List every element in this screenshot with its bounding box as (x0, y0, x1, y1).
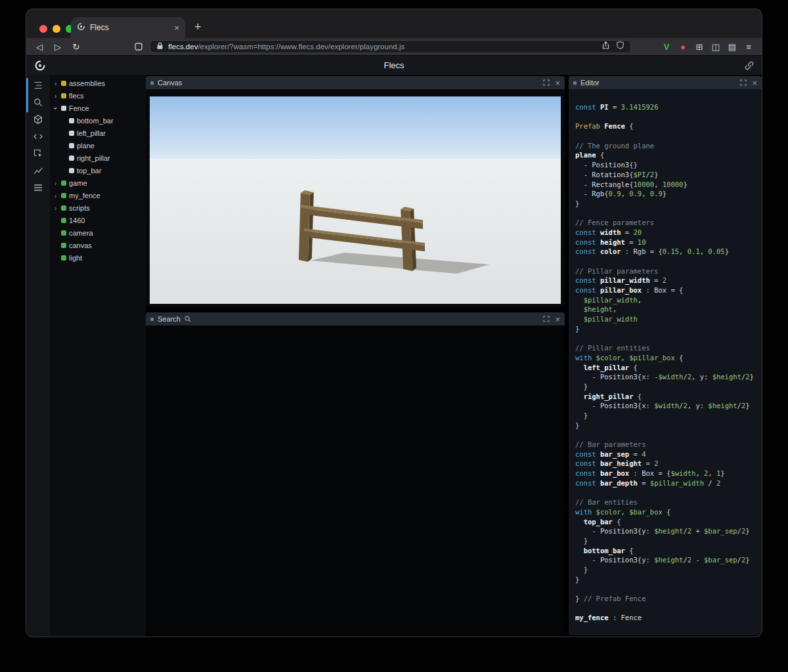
tree-item-right_pillar[interactable]: right_pillar (53, 152, 146, 164)
entity-tree: ›assemblies›flecs›Fencebottom_barleft_pi… (50, 75, 146, 637)
code-line: const bar_depth = $pillar_width / 2 (575, 478, 759, 488)
address-bar[interactable]: flecs.dev/explorer/?wasm=https://www.fle… (150, 40, 631, 53)
tree-collapsed-arrow-icon[interactable]: › (53, 192, 58, 200)
entity-type-icon (61, 230, 66, 236)
code-line: // Bar parameters (575, 440, 759, 450)
search-panel-title: Search (158, 315, 181, 323)
entity-tree-icon[interactable] (26, 77, 50, 94)
entity-type-icon (61, 81, 66, 86)
sidebar-toggle-icon[interactable]: ◫ (711, 43, 721, 51)
entities-box-icon[interactable] (26, 111, 50, 128)
fence-3d-viewport[interactable] (150, 96, 561, 304)
v-extension-icon[interactable]: V (661, 43, 672, 51)
tree-item-flecs[interactable]: ›flecs (53, 89, 146, 102)
search-icon[interactable] (26, 94, 50, 111)
inspect-icon[interactable] (26, 145, 50, 162)
app-body: ›assemblies›flecs›Fencebottom_barleft_pi… (26, 75, 762, 637)
forward-icon[interactable]: ▷ (53, 42, 63, 52)
expand-panel-icon[interactable] (543, 79, 550, 86)
new-tab-button[interactable]: + (194, 20, 202, 34)
queries-icon[interactable] (26, 179, 50, 196)
canvas-panel-body (146, 89, 565, 306)
bookmark-sidebar-icon[interactable] (134, 42, 143, 51)
close-panel-icon[interactable]: × (555, 315, 560, 324)
code-area[interactable]: const PI = 3.1415926 Prefab Fence { // T… (569, 89, 762, 635)
wallet-icon[interactable]: ▤ (727, 43, 737, 51)
toolbar-extensions: V●⊞◫▤≡ (661, 43, 754, 51)
browser-nav-icons: ◁▷↻ (34, 42, 81, 52)
search-panel: Search × (146, 312, 565, 635)
tree-item-bottom_bar[interactable]: bottom_bar (53, 114, 146, 127)
expand-panel-icon[interactable] (740, 79, 747, 86)
url-text: flecs.dev/explorer/?wasm=https://www.fle… (168, 43, 597, 51)
tree-collapsed-arrow-icon[interactable]: › (53, 179, 58, 187)
entity-label: flecs (69, 92, 84, 100)
statistics-icon[interactable] (26, 162, 50, 179)
tree-item-Fence[interactable]: ›Fence (53, 102, 146, 114)
code-line: - Position3{y: $height/2 - $bar_sep/2} (575, 555, 759, 565)
tree-collapsed-arrow-icon[interactable]: › (53, 204, 58, 212)
tree-item-canvas[interactable]: canvas (53, 239, 146, 251)
panel-drag-dot (150, 318, 154, 321)
code-line: // The ground plane (575, 141, 759, 151)
code-line: // Pillar entities (575, 343, 759, 353)
tree-item-scripts[interactable]: ›scripts (53, 201, 146, 214)
close-window-button[interactable] (39, 25, 47, 33)
tree-item-plane[interactable]: plane (53, 139, 146, 152)
tab-close-icon[interactable]: × (174, 24, 179, 32)
entity-type-icon (61, 255, 66, 261)
code-line: left_pillar { (575, 363, 759, 373)
code-line: right_pillar { (575, 392, 759, 402)
share-link-icon[interactable] (745, 61, 754, 70)
shield-icon[interactable] (616, 41, 624, 52)
tree-item-top_bar[interactable]: top_bar (53, 164, 146, 177)
tree-item-camera[interactable]: camera (53, 226, 146, 239)
extensions-puzzle-icon[interactable]: ⊞ (694, 43, 705, 51)
entity-type-icon (61, 205, 66, 211)
code-line (575, 209, 759, 219)
entity-type-icon (69, 131, 74, 136)
expand-panel-icon[interactable] (543, 316, 550, 322)
share-icon[interactable] (602, 41, 610, 52)
code-line: - Rectangle{10000, 10000} (575, 180, 759, 190)
browser-tab-flecs[interactable]: Flecs × (71, 17, 185, 38)
code-line: const PI = 3.1415926 (575, 102, 759, 112)
panel-drag-dot (150, 81, 154, 85)
tree-item-my_fence[interactable]: ›my_fence (53, 189, 146, 201)
entity-label: 1460 (69, 217, 85, 224)
code-line (575, 112, 759, 122)
entity-label: bottom_bar (77, 117, 114, 125)
tree-item-light[interactable]: light (53, 251, 146, 264)
minimize-window-button[interactable] (53, 25, 60, 33)
record-extension-icon[interactable]: ● (678, 43, 688, 51)
window-controls (39, 25, 74, 33)
code-line: } // Prefab Fence (575, 594, 759, 604)
tree-item-left_pillar[interactable]: left_pillar (53, 127, 146, 139)
entity-type-icon (69, 156, 74, 161)
tree-item-1460[interactable]: 1460 (53, 214, 146, 226)
code-line: } (575, 199, 759, 209)
code-line: const width = 20 (575, 228, 759, 238)
back-icon[interactable]: ◁ (34, 42, 45, 52)
entity-label: assemblies (69, 79, 105, 87)
tab-strip: Flecs × + (26, 9, 762, 38)
close-panel-icon[interactable]: × (752, 79, 757, 87)
entity-type-icon (69, 168, 74, 173)
code-line (575, 584, 759, 594)
search-panel-body[interactable] (146, 326, 565, 635)
reload-icon[interactable]: ↻ (71, 42, 81, 52)
tree-expanded-arrow-icon[interactable]: › (52, 105, 60, 111)
entity-label: scripts (69, 204, 90, 212)
code-line: $pillar_width (575, 314, 759, 324)
close-panel-icon[interactable]: × (555, 79, 560, 87)
entity-type-icon (61, 218, 66, 223)
code-editor-icon[interactable] (26, 128, 50, 145)
tree-item-game[interactable]: ›game (53, 177, 146, 189)
menu-icon[interactable]: ≡ (743, 43, 754, 51)
page-title: Flecs (26, 60, 762, 70)
tree-collapsed-arrow-icon[interactable]: › (53, 92, 58, 100)
tree-item-assemblies[interactable]: ›assemblies (53, 77, 146, 89)
code-line: } (575, 421, 759, 430)
canvas-panel-title: Canvas (158, 79, 182, 87)
tree-collapsed-arrow-icon[interactable]: › (53, 79, 58, 87)
